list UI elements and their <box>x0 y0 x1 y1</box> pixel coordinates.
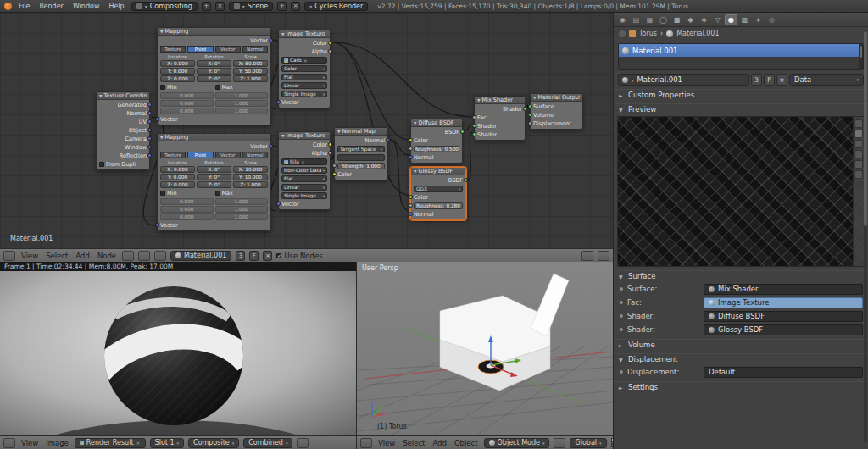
socket-icon[interactable] <box>147 145 152 149</box>
layer-dropdown[interactable]: Composite <box>188 438 239 448</box>
pin-icon[interactable] <box>619 30 626 37</box>
min-y-field[interactable]: 0.000 <box>160 206 214 213</box>
compositing-nodes-toggle-icon[interactable] <box>138 251 150 261</box>
node-header[interactable]: Mix Shader <box>475 97 525 104</box>
output-generated[interactable]: Generated <box>99 102 147 108</box>
type-normal-button[interactable]: Normal <box>242 152 268 158</box>
location-x-field[interactable]: X: 0.000 <box>160 60 195 67</box>
input-shader-1[interactable]: Shader <box>477 123 522 130</box>
collapse-icon[interactable] <box>160 28 163 35</box>
max-z-field[interactable]: 1.000 <box>215 108 269 114</box>
node-mapping-1[interactable]: Mapping Vector Texture Point Vector Norm… <box>157 27 271 125</box>
node-header[interactable]: Material Output <box>531 94 582 102</box>
collapse-icon[interactable] <box>337 128 340 135</box>
socket-icon[interactable] <box>332 172 337 176</box>
snap-icon[interactable] <box>581 251 593 261</box>
socket-icon[interactable] <box>147 128 152 132</box>
orientation-dropdown[interactable]: Global <box>570 438 606 448</box>
menu-view[interactable]: View <box>19 252 40 260</box>
preview-flat-button[interactable] <box>854 119 863 128</box>
socket-icon[interactable] <box>409 155 413 159</box>
from-dupli-toggle[interactable]: From Dupli <box>99 161 147 168</box>
link-data-dropdown[interactable]: Data <box>789 74 864 86</box>
pivot-icon[interactable] <box>297 438 309 448</box>
socket-icon[interactable] <box>523 107 527 111</box>
rotation-y-field[interactable]: Y: 0° <box>197 68 231 75</box>
max-checkbox[interactable] <box>215 191 220 196</box>
output-uv[interactable]: UV <box>99 119 147 125</box>
node-header[interactable]: Mapping <box>158 134 270 141</box>
output-vector[interactable]: Vector <box>160 143 268 150</box>
preview-cube-button[interactable] <box>854 140 863 148</box>
min-z-field[interactable]: 0.000 <box>160 108 214 114</box>
output-reflection[interactable]: Reflection <box>99 152 147 159</box>
input-surface[interactable]: Surface <box>533 103 580 110</box>
socket-icon[interactable] <box>409 195 413 199</box>
socket-icon[interactable] <box>409 203 413 208</box>
socket-icon[interactable] <box>328 49 332 53</box>
input-fac[interactable]: Fac <box>477 114 522 121</box>
collapse-icon[interactable] <box>477 97 480 103</box>
image-datablock[interactable]: Carb <box>281 57 327 64</box>
input-normal[interactable]: Normal <box>414 211 463 218</box>
node-header[interactable]: Glossy BSDF <box>411 168 465 175</box>
viewport-shading-icon[interactable] <box>554 438 565 448</box>
rotation-x-field[interactable]: X: 0° <box>197 60 231 67</box>
editor-type-icon[interactable] <box>3 438 15 448</box>
output-window[interactable]: Window <box>99 144 147 151</box>
tab-object[interactable]: ■ <box>670 14 683 25</box>
uv-map-field[interactable] <box>337 154 385 161</box>
input-color[interactable]: Color <box>337 171 385 178</box>
add-screen-layout-button[interactable] <box>202 2 211 11</box>
unlink-material-button[interactable] <box>776 74 787 86</box>
material-slot-list[interactable]: Material.001 <box>618 43 864 70</box>
properties-scrollbar-thumb[interactable] <box>864 31 867 226</box>
distribution-dropdown[interactable]: GGX <box>414 186 463 192</box>
socket-icon[interactable] <box>328 41 332 45</box>
background-image-icon[interactable] <box>598 251 609 261</box>
input-color[interactable]: Color <box>414 194 463 201</box>
surface-shader-dropdown[interactable]: Mix Shader <box>704 284 863 295</box>
preview-monkey-button[interactable] <box>854 150 863 158</box>
source-dropdown[interactable]: Single Image <box>281 91 327 97</box>
max-z-field[interactable]: 1.000 <box>215 213 269 220</box>
tab-object-data[interactable]: ▽ <box>711 14 724 25</box>
scale-y-field[interactable]: Y: 50.000 <box>233 68 268 75</box>
breadcrumb-material[interactable]: Material.001 <box>676 30 719 37</box>
node-material-output[interactable]: Material Output Surface Volume Displacem… <box>530 93 583 130</box>
node-image-texture-2[interactable]: Image Texture Color Alpha Rila Non-Color… <box>278 131 331 210</box>
output-color[interactable]: Color <box>281 141 327 148</box>
min-checkbox[interactable] <box>160 85 165 90</box>
scale-z-field[interactable]: Z: 1.000 <box>233 181 268 188</box>
texture-nodes-toggle-icon[interactable] <box>154 251 166 261</box>
menu-select[interactable]: Select <box>44 252 70 260</box>
delete-screen-layout-button[interactable] <box>215 2 225 11</box>
node-diffuse-bsdf[interactable]: Diffuse BSDF BSDF Color Roughness: 0.500… <box>410 119 463 164</box>
output-shader[interactable]: Shader <box>477 106 522 113</box>
editor-type-icon[interactable] <box>3 251 15 261</box>
roughness-slider[interactable]: Roughness: 0.500 <box>414 146 459 152</box>
socket-icon[interactable] <box>276 202 281 206</box>
mode-dropdown[interactable]: Object Mode <box>484 438 550 448</box>
type-texture-button[interactable]: Texture <box>160 46 186 53</box>
preview-hair-button[interactable] <box>854 160 863 169</box>
min-y-field[interactable]: 0.000 <box>160 100 214 107</box>
node-texture-coordinate[interactable]: Texture Coordinate Generated Normal UV O… <box>96 91 150 170</box>
output-alpha[interactable]: Alpha <box>281 150 327 157</box>
max-y-field[interactable]: 1.000 <box>215 100 269 107</box>
input-volume[interactable]: Volume <box>533 112 580 119</box>
space-dropdown[interactable]: Tangent Space <box>337 146 385 152</box>
scale-x-field[interactable]: X: 50.000 <box>233 60 268 67</box>
socket-icon[interactable] <box>147 103 152 107</box>
panel-surface[interactable]: Surface <box>614 270 868 281</box>
rotation-z-field[interactable]: Z: 0° <box>197 181 231 188</box>
material-datablock[interactable]: Material.001 <box>618 74 749 86</box>
type-vector-button[interactable]: Vector <box>215 46 241 53</box>
input-vector[interactable]: Vector <box>160 116 268 123</box>
location-y-field[interactable]: Y: 0.000 <box>160 174 195 180</box>
preview-cloth-button[interactable] <box>854 170 863 179</box>
input-normal[interactable]: Normal <box>414 154 459 161</box>
tab-world[interactable]: ◯ <box>657 14 670 25</box>
output-normal[interactable]: Normal <box>99 110 147 117</box>
output-alpha[interactable]: Alpha <box>281 48 327 55</box>
